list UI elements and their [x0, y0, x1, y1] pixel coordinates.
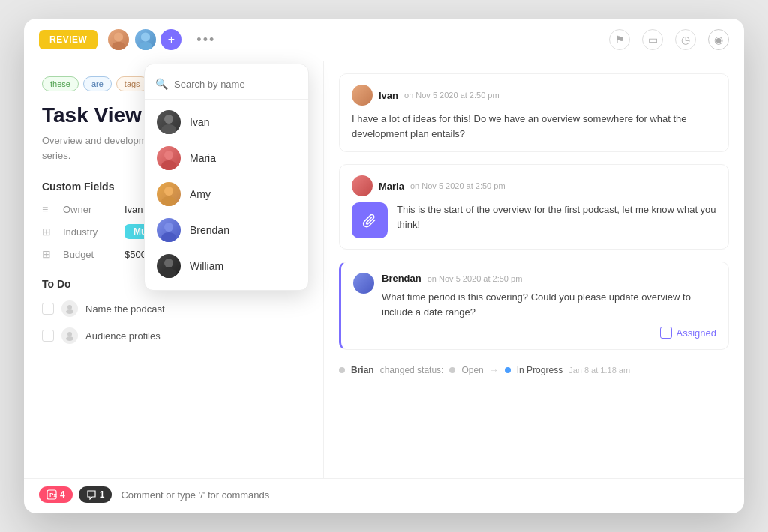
- status-from: Open: [461, 365, 483, 375]
- svg-point-11: [161, 124, 176, 134]
- dropdown-avatar-maria: [157, 146, 181, 170]
- attachment-icon[interactable]: [352, 202, 388, 238]
- todo-list: Name the podcast Audience profiles: [42, 300, 305, 344]
- todo-item-2: Audience profiles: [42, 327, 305, 344]
- comment-maria-content: This is the start of the overview for th…: [352, 202, 716, 238]
- svg-point-5: [66, 309, 74, 314]
- badge-dark-count: 1: [100, 489, 105, 500]
- badges-row: Px 4 1: [39, 486, 112, 503]
- industry-icon: ⊞: [42, 226, 54, 238]
- add-member-button[interactable]: +: [160, 29, 182, 50]
- status-action: changed status:: [380, 365, 444, 375]
- budget-icon: ⊞: [42, 248, 54, 260]
- svg-point-6: [68, 332, 72, 336]
- comment-ivan: Ivan on Nov 5 2020 at 2:50 pm I have a l…: [339, 73, 729, 152]
- budget-label: Budget: [63, 249, 116, 260]
- tag-these: these: [42, 76, 79, 91]
- comment-maria: Maria on Nov 5 2020 at 2:50 pm This is t…: [339, 164, 729, 250]
- dropdown-name-ivan: Ivan: [190, 116, 209, 128]
- svg-point-4: [68, 305, 72, 309]
- avatar-2: [134, 28, 158, 52]
- svg-point-18: [164, 259, 173, 267]
- svg-point-1: [112, 42, 126, 51]
- status-time: Jan 8 at 1:18 am: [568, 366, 630, 375]
- todo-checkbox-2[interactable]: [42, 330, 54, 342]
- review-badge: REVIEW: [39, 30, 98, 49]
- status-author: Brian: [351, 365, 374, 375]
- main-window: REVIEW + ••• ⚑ ▭ ◷ ◉ these are tags: [24, 19, 744, 513]
- body: these are tags Task View Overview and de…: [24, 61, 744, 478]
- comment-maria-author: Maria: [379, 181, 404, 192]
- todo-checkbox-1[interactable]: [42, 303, 54, 315]
- comment-ivan-avatar: [352, 85, 373, 106]
- flag-icon[interactable]: ⚑: [609, 29, 630, 50]
- status-inprogress-dot: [505, 367, 511, 373]
- comment-ivan-author: Ivan: [379, 90, 398, 101]
- comment-brendan-author: Brendan: [382, 273, 422, 284]
- svg-point-17: [161, 232, 176, 242]
- industry-label: Industry: [63, 226, 116, 238]
- svg-point-15: [161, 196, 176, 206]
- dropdown-avatar-ivan: [157, 110, 181, 134]
- todo-text-2: Audience profiles: [86, 330, 160, 342]
- dropdown-item-maria[interactable]: Maria: [145, 140, 308, 176]
- dropdown-item-brendan[interactable]: Brendan: [145, 212, 308, 248]
- dropdown-item-william[interactable]: William: [145, 248, 308, 284]
- tag-are: are: [83, 76, 112, 91]
- avatar-1: [106, 28, 130, 52]
- avatars-group: +: [106, 28, 182, 52]
- todo-text-1: Name the podcast: [86, 303, 165, 315]
- dropdown-search: 🔍: [145, 73, 308, 100]
- svg-point-16: [164, 223, 173, 232]
- comment-ivan-text: I have a lot of ideas for this! Do we ha…: [352, 112, 716, 141]
- owner-label: Owner: [63, 204, 116, 215]
- owner-icon: ≡: [42, 203, 54, 215]
- dropdown-name-amy: Amy: [190, 188, 211, 200]
- assigned-checkbox[interactable]: [660, 327, 672, 339]
- dropdown-item-amy[interactable]: Amy: [145, 176, 308, 212]
- dropdown-avatar-amy: [157, 182, 181, 206]
- comment-maria-time: on Nov 5 2020 at 2:50 pm: [410, 181, 506, 190]
- budget-value: $500: [124, 249, 146, 260]
- badge-dark[interactable]: 1: [79, 486, 112, 503]
- status-to: In Progress: [517, 365, 562, 375]
- comment-maria-avatar: [352, 175, 373, 196]
- svg-point-3: [140, 42, 153, 51]
- status-arrow: →: [490, 365, 499, 375]
- dropdown-item-ivan[interactable]: Ivan: [145, 104, 308, 140]
- comment-input[interactable]: [121, 489, 729, 501]
- clock-icon[interactable]: ◷: [675, 29, 696, 50]
- dropdown-search-icon: 🔍: [155, 78, 168, 90]
- owner-value: Ivan: [124, 204, 143, 215]
- dropdown-avatar-brendan: [157, 218, 181, 242]
- dropdown-search-input[interactable]: [174, 79, 298, 90]
- comment-input-area: Px 4 1: [24, 478, 744, 513]
- more-options-button[interactable]: •••: [196, 32, 215, 48]
- todo-avatar-1: [62, 300, 78, 317]
- status-open-dot: [449, 367, 455, 373]
- dropdown-name-william: William: [190, 260, 224, 272]
- comment-ivan-header: Ivan on Nov 5 2020 at 2:50 pm: [352, 85, 716, 106]
- dropdown-avatar-william: [157, 254, 181, 278]
- comment-brendan-time: on Nov 5 2020 at 2:50 pm: [428, 274, 523, 283]
- svg-point-10: [164, 115, 173, 124]
- comment-brendan-text: What time period is this covering? Could…: [382, 290, 716, 319]
- comment-maria-text: This is the start of the overview for th…: [397, 202, 716, 232]
- svg-text:Px: Px: [50, 492, 57, 498]
- header: REVIEW + ••• ⚑ ▭ ◷ ◉: [24, 19, 744, 61]
- assigned-row: Assigned: [382, 327, 716, 339]
- todo-avatar-2: [62, 327, 78, 344]
- svg-point-7: [66, 336, 74, 341]
- eye-icon[interactable]: ◉: [708, 29, 729, 50]
- comment-brendan-avatar: [353, 273, 374, 294]
- calendar-icon[interactable]: ▭: [642, 29, 663, 50]
- badge-pink[interactable]: Px 4: [39, 486, 73, 503]
- status-change: Brian changed status: Open → In Progress…: [339, 362, 729, 378]
- svg-point-13: [161, 160, 176, 170]
- assigned-label: Assigned: [676, 327, 716, 339]
- comment-brendan-header: Brendan on Nov 5 2020 at 2:50 pm: [382, 273, 716, 284]
- dropdown-name-brendan: Brendan: [190, 224, 230, 236]
- todo-item-1: Name the podcast: [42, 300, 305, 317]
- comment-maria-header: Maria on Nov 5 2020 at 2:50 pm: [352, 175, 716, 196]
- svg-point-2: [141, 32, 150, 41]
